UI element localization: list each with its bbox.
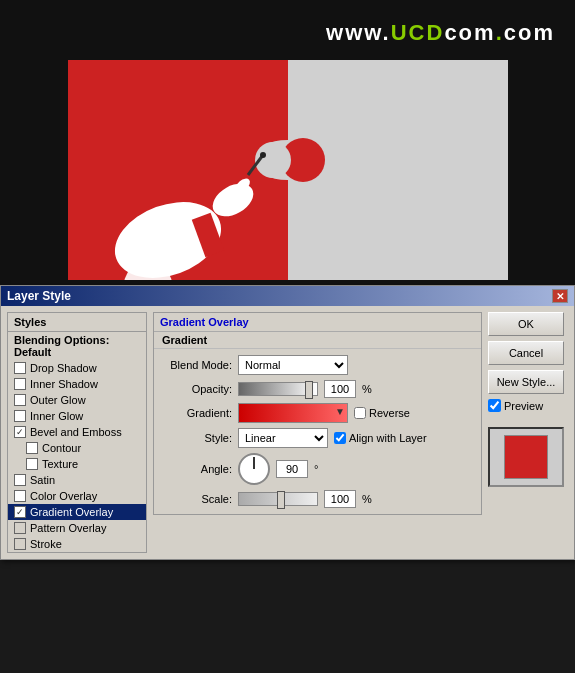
form-rows: Blend Mode: Normal Dissolve Multiply Scr… bbox=[154, 349, 481, 514]
gradient-overlay-panel: Gradient Overlay Gradient Blend Mode: No… bbox=[153, 312, 482, 553]
opacity-input[interactable] bbox=[324, 380, 356, 398]
align-layer-checkbox[interactable] bbox=[334, 432, 346, 444]
dialog-title: Layer Style bbox=[7, 289, 71, 303]
style-item-outer-glow[interactable]: Outer Glow bbox=[8, 392, 146, 408]
new-style-button[interactable]: New Style... bbox=[488, 370, 564, 394]
align-layer-container: Align with Layer bbox=[334, 432, 427, 444]
inner-glow-checkbox[interactable] bbox=[14, 410, 26, 422]
styles-header: Styles bbox=[8, 313, 146, 332]
watermark-ucd: UCD bbox=[391, 20, 445, 45]
scale-input[interactable] bbox=[324, 490, 356, 508]
gradient-overlay-section: Gradient Overlay Gradient Blend Mode: No… bbox=[153, 312, 482, 515]
scale-label: Scale: bbox=[162, 493, 232, 505]
blending-label: Blending Options: Default bbox=[14, 334, 140, 358]
style-item-gradient-overlay[interactable]: Gradient Overlay bbox=[8, 504, 146, 520]
satin-label: Satin bbox=[30, 474, 55, 486]
angle-unit: ° bbox=[314, 463, 318, 475]
contour-checkbox[interactable] bbox=[26, 442, 38, 454]
inner-shadow-checkbox[interactable] bbox=[14, 378, 26, 390]
styles-list: Blending Options: Default Drop Shadow In… bbox=[8, 332, 146, 552]
gradient-label: Gradient: bbox=[162, 407, 232, 419]
svg-point-9 bbox=[260, 152, 266, 158]
blend-mode-label: Blend Mode: bbox=[162, 359, 232, 371]
scale-thumb bbox=[277, 491, 285, 509]
puzzle-image bbox=[68, 60, 508, 280]
ok-button[interactable]: OK bbox=[488, 312, 564, 336]
watermark: www.UCDcom.com bbox=[326, 20, 555, 46]
watermark-www: www. bbox=[326, 20, 391, 45]
contour-label: Contour bbox=[42, 442, 81, 454]
style-item-inner-glow[interactable]: Inner Glow bbox=[8, 408, 146, 424]
style-item-blending[interactable]: Blending Options: Default bbox=[8, 332, 146, 360]
bevel-emboss-checkbox[interactable] bbox=[14, 426, 26, 438]
watermark-com2: com bbox=[504, 20, 555, 45]
preview-checkbox[interactable] bbox=[488, 399, 501, 412]
opacity-label: Opacity: bbox=[162, 383, 232, 395]
reverse-label: Reverse bbox=[369, 407, 410, 419]
blend-mode-row: Blend Mode: Normal Dissolve Multiply Scr… bbox=[162, 355, 473, 375]
inner-glow-label: Inner Glow bbox=[30, 410, 83, 422]
style-item-satin[interactable]: Satin bbox=[8, 472, 146, 488]
section-title-bar: Gradient Overlay bbox=[154, 313, 481, 332]
style-row: Style: Linear Radial Angle Reflected Dia… bbox=[162, 428, 473, 448]
style-item-bevel-emboss[interactable]: Bevel and Emboss bbox=[8, 424, 146, 440]
style-item-color-overlay[interactable]: Color Overlay bbox=[8, 488, 146, 504]
stroke-label: Stroke bbox=[30, 538, 62, 550]
drop-shadow-checkbox[interactable] bbox=[14, 362, 26, 374]
gradient-row: Gradient: Reverse bbox=[162, 403, 473, 423]
pattern-overlay-checkbox[interactable] bbox=[14, 522, 26, 534]
texture-label: Texture bbox=[42, 458, 78, 470]
style-select[interactable]: Linear Radial Angle Reflected Diamond bbox=[238, 428, 328, 448]
color-overlay-label: Color Overlay bbox=[30, 490, 97, 502]
opacity-thumb bbox=[305, 381, 313, 399]
satin-checkbox[interactable] bbox=[14, 474, 26, 486]
top-banner: www.UCDcom.com bbox=[0, 0, 575, 290]
gradient-overlay-label: Gradient Overlay bbox=[30, 506, 113, 518]
close-button[interactable]: ✕ bbox=[552, 289, 568, 303]
style-item-stroke[interactable]: Stroke bbox=[8, 536, 146, 552]
styles-panel: Styles Blending Options: Default Drop Sh… bbox=[7, 312, 147, 553]
opacity-slider[interactable] bbox=[238, 382, 318, 396]
style-item-drop-shadow[interactable]: Drop Shadow bbox=[8, 360, 146, 376]
dialog-titlebar: Layer Style ✕ bbox=[1, 286, 574, 306]
bevel-emboss-label: Bevel and Emboss bbox=[30, 426, 122, 438]
style-label: Style: bbox=[162, 432, 232, 444]
section-subtitle: Gradient bbox=[154, 332, 481, 349]
cancel-button[interactable]: Cancel bbox=[488, 341, 564, 365]
outer-glow-label: Outer Glow bbox=[30, 394, 86, 406]
gradient-overlay-checkbox[interactable] bbox=[14, 506, 26, 518]
gradient-bar[interactable] bbox=[238, 403, 348, 423]
inner-shadow-label: Inner Shadow bbox=[30, 378, 98, 390]
color-overlay-checkbox[interactable] bbox=[14, 490, 26, 502]
preview-checkbox-container: Preview bbox=[488, 399, 568, 412]
style-item-pattern-overlay[interactable]: Pattern Overlay bbox=[8, 520, 146, 536]
angle-label: Angle: bbox=[162, 463, 232, 475]
outer-glow-checkbox[interactable] bbox=[14, 394, 26, 406]
scale-unit: % bbox=[362, 493, 372, 505]
right-panel: OK Cancel New Style... Preview bbox=[488, 312, 568, 553]
opacity-row: Opacity: % bbox=[162, 380, 473, 398]
stroke-checkbox[interactable] bbox=[14, 538, 26, 550]
scale-slider[interactable] bbox=[238, 492, 318, 506]
dialog-content: Styles Blending Options: Default Drop Sh… bbox=[1, 306, 574, 559]
style-item-contour[interactable]: Contour bbox=[8, 440, 146, 456]
angle-dial[interactable] bbox=[238, 453, 270, 485]
layer-style-dialog: Layer Style ✕ Styles Blending Options: D… bbox=[0, 285, 575, 560]
preview-square bbox=[504, 435, 548, 479]
drop-shadow-label: Drop Shadow bbox=[30, 362, 97, 374]
section-title: Gradient Overlay bbox=[160, 316, 249, 328]
pattern-overlay-label: Pattern Overlay bbox=[30, 522, 106, 534]
style-item-texture[interactable]: Texture bbox=[8, 456, 146, 472]
texture-checkbox[interactable] bbox=[26, 458, 38, 470]
blend-mode-select[interactable]: Normal Dissolve Multiply Screen bbox=[238, 355, 348, 375]
style-item-inner-shadow[interactable]: Inner Shadow bbox=[8, 376, 146, 392]
align-layer-label: Align with Layer bbox=[349, 432, 427, 444]
reverse-checkbox[interactable] bbox=[354, 407, 366, 419]
angle-input[interactable] bbox=[276, 460, 308, 478]
angle-container: ° bbox=[238, 453, 318, 485]
angle-row: Angle: ° bbox=[162, 453, 473, 485]
watermark-dot: . bbox=[496, 20, 504, 45]
preview-label: Preview bbox=[504, 400, 543, 412]
preview-area bbox=[488, 427, 564, 487]
watermark-com1: com bbox=[444, 20, 495, 45]
